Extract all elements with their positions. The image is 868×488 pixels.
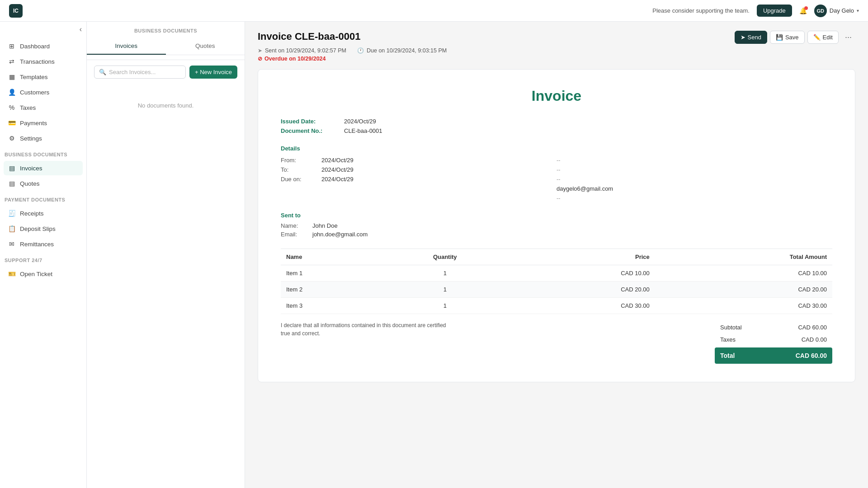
panel-header-title: BUSINESS DOCUMENTS: [94, 28, 237, 33]
templates-icon: ▦: [8, 73, 15, 80]
document-no-label: Document No.:: [281, 127, 335, 134]
sidebar-item-invoices[interactable]: ▤ Invoices: [4, 161, 83, 175]
collapse-sidebar-button[interactable]: ‹: [80, 25, 82, 33]
tab-invoices[interactable]: Invoices: [87, 38, 166, 55]
taxes-row: Taxes CAD 0.00: [715, 333, 832, 346]
sidebar-item-transactions[interactable]: ⇄ Transactions: [4, 54, 83, 69]
topbar-left: IC: [9, 4, 23, 18]
due-meta: 🕐 Due on 10/29/2024, 9:03:15 PM: [357, 47, 447, 54]
sidebar-item-label: Receipts: [20, 210, 44, 217]
sidebar-item-settings[interactable]: ⚙ Settings: [4, 131, 83, 145]
invoices-icon: ▤: [8, 164, 15, 172]
quotes-icon: ▤: [8, 180, 15, 187]
invoice-detail: Invoice CLE-baa-0001 ➤ Send 💾 Save ✏️ Ed…: [245, 22, 868, 488]
business-docs-section-label: BUSINESS DOCUMENTS: [0, 147, 86, 159]
user-info[interactable]: GD Day Gelo ▾: [814, 5, 859, 17]
sidebar-item-label: Deposit Slips: [20, 225, 56, 232]
item-qty: 1: [381, 282, 509, 298]
due-label: Due on 10/29/2024, 9:03:15 PM: [367, 47, 447, 54]
due-on-row: Due on: 2024/Oct/29: [281, 174, 557, 184]
sidebar-item-label: Taxes: [20, 104, 36, 111]
details-section-title: Details: [281, 145, 832, 152]
avatar: GD: [814, 5, 827, 17]
overdue-icon: ⊘: [258, 56, 262, 62]
tab-quotes[interactable]: Quotes: [166, 38, 245, 55]
sidebar-item-customers[interactable]: 👤 Customers: [4, 85, 83, 99]
sent-to-section: Sent to Name: John Doe Email: john.doe@g…: [281, 212, 832, 238]
notification-dot: [804, 6, 808, 10]
item-total: CAD 10.00: [655, 265, 832, 282]
sidebar-support-nav: 🎫 Open Ticket: [0, 265, 86, 283]
sent-to-title: Sent to: [281, 212, 832, 219]
edit-icon: ✏️: [813, 34, 821, 41]
panel-search-area: 🔍 + New Invoice: [87, 60, 245, 84]
invoice-title: Invoice CLE-baa-0001: [258, 31, 360, 42]
edit-button[interactable]: ✏️ Edit: [807, 31, 839, 44]
sidebar: ‹ ⊞ Dashboard ⇄ Transactions ▦ Templates…: [0, 22, 87, 488]
taxes-value: CAD 0.00: [802, 336, 827, 343]
sent-icon: ➤: [258, 47, 262, 54]
more-options-button[interactable]: ···: [841, 31, 855, 44]
dashboard-icon: ⊞: [8, 42, 15, 50]
total-row: Total CAD 60.00: [715, 347, 832, 364]
app-logo: IC: [9, 4, 23, 18]
overdue-label: Overdue on 10/29/2024: [264, 56, 326, 62]
sent-label: Sent on 10/29/2024, 9:02:57 PM: [265, 47, 346, 54]
sidebar-item-label: Quotes: [20, 180, 40, 187]
sidebar-item-dashboard[interactable]: ⊞ Dashboard: [4, 39, 83, 53]
item-name: Item 2: [281, 282, 381, 298]
sent-email-value: john.doe@gmail.com: [312, 231, 368, 238]
item-total: CAD 30.00: [655, 298, 832, 314]
from-value: 2024/Oct/29: [321, 157, 354, 164]
sidebar-item-open-ticket[interactable]: 🎫 Open Ticket: [4, 267, 83, 281]
sidebar-item-receipts[interactable]: 🧾 Receipts: [4, 206, 83, 221]
no-docs-message: No documents found.: [87, 84, 245, 127]
notification-icon[interactable]: 🔔: [799, 7, 807, 14]
sidebar-item-taxes[interactable]: % Taxes: [4, 100, 83, 115]
issued-date-value: 2024/Oct/29: [344, 118, 376, 125]
send-icon: ➤: [741, 34, 745, 41]
panel-header: BUSINESS DOCUMENTS Invoices Quotes: [87, 22, 245, 60]
sidebar-item-label: Templates: [20, 74, 48, 80]
sidebar-item-label: Remittances: [20, 241, 54, 248]
item-name: Item 1: [281, 265, 381, 282]
document-no-value: CLE-baa-0001: [344, 127, 382, 134]
search-input-wrap: 🔍: [94, 66, 186, 79]
to-row: To: 2024/Oct/29: [281, 165, 557, 174]
save-button[interactable]: 💾 Save: [770, 31, 805, 44]
payment-docs-section-label: PAYMENT DOCUMENTS: [0, 192, 86, 204]
due-icon: 🕐: [357, 47, 364, 54]
search-input[interactable]: [109, 69, 181, 75]
support-text: Please consider supporting the team.: [652, 7, 750, 14]
sidebar-item-deposit-slips[interactable]: 📋 Deposit Slips: [4, 221, 83, 236]
item-qty: 1: [381, 265, 509, 282]
taxes-label: Taxes: [720, 336, 736, 343]
details-right: -- -- -- daygelo6@gmail.com: [557, 155, 832, 203]
sidebar-business-docs-nav: ▤ Invoices ▤ Quotes: [0, 159, 86, 192]
search-icon: 🔍: [99, 69, 106, 75]
item-qty: 1: [381, 298, 509, 314]
subtotal-value: CAD 60.00: [798, 324, 827, 331]
topbar: IC Please consider supporting the team. …: [0, 0, 868, 22]
sidebar-item-label: Invoices: [20, 165, 42, 172]
due-on-value: 2024/Oct/29: [321, 176, 354, 183]
sent-meta: ➤ Sent on 10/29/2024, 9:02:57 PM: [258, 47, 346, 54]
sidebar-item-remittances[interactable]: ✉ Remittances: [4, 237, 83, 251]
from-row: From: 2024/Oct/29: [281, 155, 557, 165]
open-ticket-icon: 🎫: [8, 270, 15, 277]
sidebar-item-quotes[interactable]: ▤ Quotes: [4, 176, 83, 191]
chevron-down-icon: ▾: [857, 8, 859, 13]
sidebar-item-payments[interactable]: 💳 Payments: [4, 116, 83, 130]
sidebar-item-templates[interactable]: ▦ Templates: [4, 70, 83, 84]
sent-name-label: Name:: [281, 222, 308, 229]
due-on-label: Due on:: [281, 176, 317, 183]
sidebar-collapse: ‹: [0, 22, 86, 37]
sidebar-main-nav: ⊞ Dashboard ⇄ Transactions ▦ Templates 👤…: [0, 37, 86, 147]
totals-section: I declare that all informations containe…: [281, 321, 832, 364]
upgrade-button[interactable]: Upgrade: [757, 5, 792, 17]
main-layout: ‹ ⊞ Dashboard ⇄ Transactions ▦ Templates…: [0, 22, 868, 488]
send-button[interactable]: ➤ Send: [735, 31, 767, 44]
new-invoice-button[interactable]: + New Invoice: [189, 66, 237, 79]
item-price: CAD 30.00: [509, 298, 655, 314]
transactions-icon: ⇄: [8, 58, 15, 65]
